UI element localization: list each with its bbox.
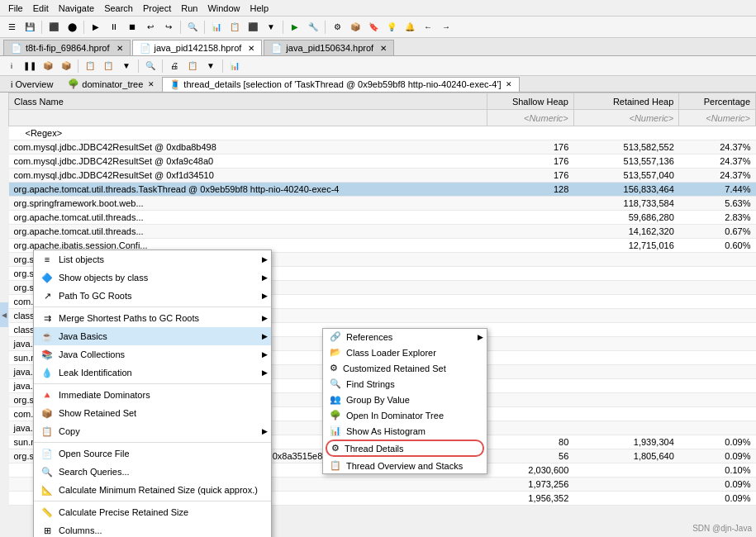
toolbar-btn-13[interactable]: ⬛: [245, 19, 261, 36]
menu-run[interactable]: Run: [176, 2, 202, 15]
cell-shallow: 56: [487, 449, 573, 463]
menu-help[interactable]: Help: [245, 2, 274, 15]
cell-pct: [679, 267, 756, 281]
cell-pct: [679, 351, 756, 365]
tb2-btn-7[interactable]: ▼: [118, 58, 135, 74]
ctx-menu2-item-find[interactable]: 🔍Find Strings: [323, 376, 487, 392]
ctx-menu2-item-hist[interactable]: 📊Show As Histogram: [323, 423, 487, 439]
tb2-btn-5[interactable]: 📋: [82, 58, 98, 74]
left-collapse-arrow[interactable]: ◀: [0, 302, 8, 327]
tb2-btn-6[interactable]: 📋: [100, 58, 116, 74]
search-icon: 🔍: [40, 465, 54, 478]
menu-project[interactable]: Project: [138, 2, 176, 15]
toolbar-run-btn[interactable]: ▶: [287, 19, 303, 36]
cell-pct: [679, 365, 756, 379]
ctx-menu2-item-thread[interactable]: ⚙Thread Details: [326, 440, 484, 457]
menu-file[interactable]: File: [3, 2, 28, 15]
toolbar-btn-9[interactable]: ↪: [160, 19, 177, 36]
table-row[interactable]: org.apache.tomcat.util.threads...14,162,…: [9, 225, 756, 239]
toolbar-btn-22[interactable]: →: [438, 19, 454, 36]
ctx-menu-item-search[interactable]: 🔍Search Queries...: [34, 463, 271, 481]
toolbar-btn-2[interactable]: 💾: [21, 19, 38, 36]
ctx-menu-item-collect[interactable]: 📚Java Collections: [34, 345, 271, 364]
view-tab-thread[interactable]: 🧵 thread_details [selection of 'TaskThre…: [162, 77, 520, 92]
ctx-menu-item-col[interactable]: ⊞Columns...: [34, 521, 271, 537]
table-row[interactable]: com.mysql.jdbc.JDBC42ResultSet @ 0xfa9c4…: [9, 154, 756, 169]
tb2-btn-3[interactable]: 📦: [40, 58, 56, 74]
view-tab-overview[interactable]: i Overview: [3, 77, 60, 92]
menu-search[interactable]: Search: [99, 2, 138, 15]
file-tab-1-close[interactable]: ✕: [248, 44, 254, 53]
toolbar-btn-7[interactable]: ⏹: [124, 19, 140, 36]
cell-pct: 7.44%: [679, 183, 756, 197]
ctx-menu-item-leak[interactable]: 💧Leak Identification: [34, 364, 271, 382]
ctx-menu-label: Java Collections: [59, 349, 125, 359]
ctx-menu2-item-custom[interactable]: ⚙Customized Retained Set: [323, 360, 487, 376]
view-tab-dominator-close[interactable]: ✕: [148, 80, 155, 88]
cell-retained: [573, 281, 678, 295]
ctx-menu2-item-ref[interactable]: 🔗References: [323, 329, 487, 345]
ctx-menu-item-calc2[interactable]: 📏Calculate Precise Retained Size: [34, 503, 271, 521]
toolbar-btn-3[interactable]: ⬛: [45, 19, 62, 36]
ctx-menu-item-java[interactable]: ☕Java Basics: [34, 327, 271, 345]
toolbar-btn-12[interactable]: 📋: [226, 19, 243, 36]
tb2-btn-9[interactable]: 📋: [184, 58, 201, 74]
file-tab-1[interactable]: 📄 java_pid142158.hprof ✕: [132, 40, 263, 55]
ctx-menu-item-path[interactable]: ↗Path To GC Roots: [34, 287, 271, 305]
tb2-btn-2[interactable]: ❚❚: [21, 58, 38, 74]
table-row[interactable]: org.springframework.boot.web...118,733,5…: [9, 197, 756, 211]
cell-pct: 24.37%: [679, 140, 756, 154]
toolbar-btn-17[interactable]: 📦: [347, 19, 364, 36]
ctx-menu2-item-loader[interactable]: 📂Class Loader Explorer: [323, 345, 487, 360]
ctx-menu-item-copy[interactable]: 📋Copy: [34, 422, 271, 440]
toolbar-btn-14[interactable]: ▼: [263, 19, 279, 36]
tb2-btn-1[interactable]: i: [3, 58, 20, 74]
toolbar-btn-20[interactable]: 🔔: [402, 19, 418, 36]
toolbar-btn-6[interactable]: ⏸: [106, 19, 122, 36]
tb2-btn-8[interactable]: 🖨: [166, 58, 183, 74]
view-tab-dominator[interactable]: 🌳 dominator_tree ✕: [60, 76, 162, 92]
tb2-search-btn[interactable]: 🔍: [142, 58, 159, 74]
toolbar-btn-1[interactable]: ☰: [3, 19, 20, 36]
ctx-menu-item-file[interactable]: 📄Open Source File: [34, 444, 271, 463]
table-row[interactable]: com.mysql.jdbc.JDBC42ResultSet @ 0xf1d34…: [9, 169, 756, 183]
menu-edit[interactable]: Edit: [28, 2, 54, 15]
table-row[interactable]: org.apache.tomcat.util.threads.TaskThrea…: [9, 183, 756, 197]
file-tab-2[interactable]: 📄 java_pid150634.hprof ✕: [264, 40, 394, 55]
ctx-menu-label: Path To GC Roots: [59, 291, 131, 301]
leak-icon: 💧: [40, 366, 54, 379]
toolbar-btn-18[interactable]: 🔖: [365, 19, 382, 36]
table-row[interactable]: com.mysql.jdbc.JDBC42ResultSet @ 0xdba8b…: [9, 140, 756, 154]
ctx-menu-item-dom[interactable]: 🔺Immediate Dominators: [34, 386, 271, 404]
ctx-menu-item-retain[interactable]: 📦Show Retained Set: [34, 404, 271, 422]
ctx-menu-item-merge[interactable]: ⇉Merge Shortest Paths to GC Roots: [34, 309, 271, 327]
ctx-menu-item-calc[interactable]: 📐Calculate Minimum Retained Size (quick …: [34, 481, 271, 499]
ctx-menu-item-list[interactable]: ≡List objects: [34, 250, 271, 268]
toolbar-btn-4[interactable]: ⬤: [64, 19, 80, 36]
toolbar-btn-21[interactable]: ←: [420, 19, 436, 36]
tb2-btn-10[interactable]: ▼: [202, 58, 219, 74]
tb2-btn-11[interactable]: 📊: [226, 58, 243, 74]
toolbar-btn-15[interactable]: 🔧: [305, 19, 321, 36]
file-tab-2-close[interactable]: ✕: [380, 44, 387, 53]
list-icon: ≡: [40, 253, 54, 266]
table-row[interactable]: <Regex>: [9, 126, 756, 140]
ctx-menu-item-class[interactable]: 🔷Show objects by class: [34, 268, 271, 287]
toolbar-btn-8[interactable]: ↩: [142, 19, 159, 36]
col-shallow-filter: <Numeric>: [487, 110, 573, 126]
menu-window[interactable]: Window: [202, 2, 245, 15]
table-row[interactable]: org.apache.tomcat.util.threads...59,686,…: [9, 211, 756, 225]
toolbar-btn-16[interactable]: ⚙: [329, 19, 345, 36]
view-tab-thread-close[interactable]: ✕: [506, 80, 512, 88]
ctx-menu2-item-stacks[interactable]: 📋Thread Overview and Stacks: [323, 458, 487, 473]
menu-navigate[interactable]: Navigate: [54, 2, 99, 15]
toolbar-btn-19[interactable]: 💡: [383, 19, 400, 36]
file-tab-0[interactable]: 📄 t8t-fi-fip_69864.hprof ✕: [3, 40, 131, 55]
toolbar-btn-11[interactable]: 📊: [208, 19, 225, 36]
ctx-menu2-item-group[interactable]: 👥Group By Value: [323, 392, 487, 407]
file-tab-0-close[interactable]: ✕: [116, 44, 123, 53]
ctx-menu2-item-tree[interactable]: 🌳Open In Dominator Tree: [323, 407, 487, 423]
toolbar-btn-10[interactable]: 🔍: [184, 19, 201, 36]
tb2-btn-4[interactable]: 📦: [58, 58, 74, 74]
toolbar-btn-5[interactable]: ▶: [88, 19, 104, 36]
